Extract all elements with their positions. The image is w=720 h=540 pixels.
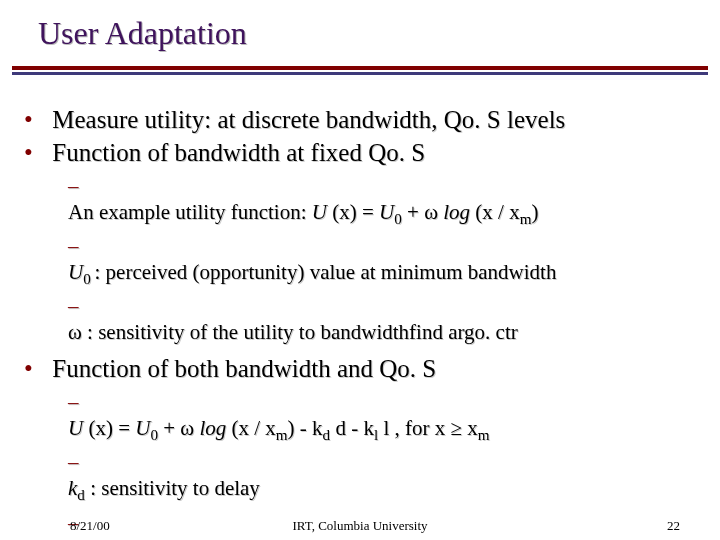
sub-bullet: – U (x) = U0 + ω log (x / xm) - kd d - k…	[68, 390, 700, 444]
slide-title: User Adaptation	[38, 15, 247, 52]
bullet-icon: •	[24, 105, 46, 136]
footer-org: IRT, Columbia University	[0, 518, 720, 534]
bullet-icon: •	[24, 138, 46, 169]
slide: User Adaptation • Measure utility: at di…	[0, 0, 720, 540]
dash-icon: –	[68, 234, 86, 260]
slide-body: • Measure utility: at discrete bandwidth…	[24, 105, 700, 540]
sub-bullet: – ω : sensitivity of the utility to band…	[68, 294, 700, 345]
sub-bullet: – An example utility function: U (x) = U…	[68, 174, 700, 228]
sub-bullet: – kd : sensitivity to delay	[68, 450, 700, 504]
dash-icon: –	[68, 174, 86, 200]
dash-icon: –	[68, 390, 86, 416]
bullet-text: Function of both bandwidth and Qo. S	[52, 354, 692, 385]
divider-bottom	[12, 72, 708, 75]
sub-text: kd : sensitivity to delay	[68, 476, 678, 505]
divider-top	[12, 66, 708, 70]
bullet-1: • Measure utility: at discrete bandwidth…	[24, 105, 700, 136]
sub-bullet: – U0 : perceived (opportunity) value at …	[68, 234, 700, 288]
bullet-text: Function of bandwidth at fixed Qo. S	[52, 138, 692, 169]
sub-text: kl : sensitivity to loss	[68, 536, 678, 540]
sub-text: U0 : perceived (opportunity) value at mi…	[68, 260, 678, 289]
bullet-icon: •	[24, 354, 46, 385]
bullet-text: Measure utility: at discrete bandwidth, …	[52, 105, 692, 136]
footer-page: 22	[667, 518, 680, 534]
sub-text: U (x) = U0 + ω log (x / xm) - kd d - kl …	[68, 416, 678, 445]
dash-icon: –	[68, 294, 86, 320]
sub-text: An example utility function: U (x) = U0 …	[68, 200, 678, 229]
sub-text: ω : sensitivity of the utility to bandwi…	[68, 320, 678, 346]
bullet-2: • Function of bandwidth at fixed Qo. S	[24, 138, 700, 169]
dash-icon: –	[68, 450, 86, 476]
bullet-3: • Function of both bandwidth and Qo. S	[24, 354, 700, 385]
